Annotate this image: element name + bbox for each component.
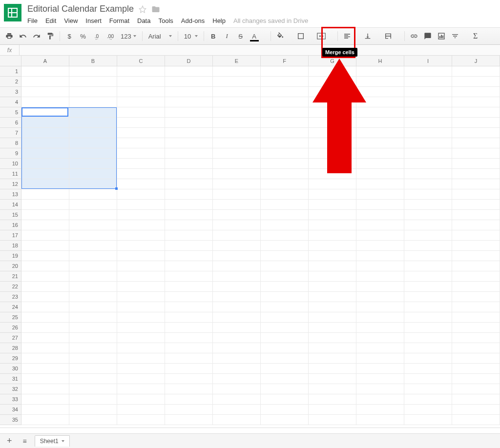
percent-button[interactable]: % — [77, 30, 89, 42]
text-color-button[interactable]: A — [248, 30, 261, 42]
cell[interactable] — [309, 241, 356, 251]
cell[interactable] — [21, 302, 69, 312]
cell[interactable] — [452, 241, 500, 251]
cell[interactable] — [452, 66, 500, 77]
cell[interactable] — [261, 200, 309, 210]
row-header[interactable]: 1 — [0, 66, 21, 77]
cell[interactable] — [404, 343, 452, 353]
cell[interactable] — [165, 138, 213, 148]
cell[interactable] — [452, 230, 500, 241]
cell[interactable] — [309, 220, 356, 230]
cell[interactable] — [309, 261, 356, 271]
menu-tools[interactable]: Tools — [158, 17, 173, 24]
cell[interactable] — [356, 189, 404, 200]
cell[interactable] — [165, 179, 213, 189]
cell[interactable] — [404, 312, 452, 323]
cell[interactable] — [69, 77, 117, 87]
cell[interactable] — [21, 333, 69, 343]
cell[interactable] — [69, 87, 117, 97]
cell[interactable] — [21, 66, 69, 77]
italic-button[interactable]: I — [221, 30, 233, 42]
cell[interactable] — [356, 405, 404, 415]
cell[interactable] — [452, 220, 500, 230]
cell[interactable] — [309, 353, 356, 364]
cell[interactable] — [21, 292, 69, 302]
cell[interactable] — [213, 251, 261, 261]
row-header[interactable]: 7 — [0, 128, 21, 138]
cell[interactable] — [404, 364, 452, 374]
cell[interactable] — [261, 138, 309, 148]
print-icon[interactable] — [3, 30, 16, 42]
cell[interactable] — [165, 159, 213, 169]
cell[interactable] — [69, 148, 117, 159]
cell[interactable] — [117, 343, 165, 353]
cell[interactable] — [69, 394, 117, 405]
cell[interactable] — [69, 384, 117, 394]
cell[interactable] — [452, 251, 500, 261]
cell[interactable] — [69, 241, 117, 251]
cell[interactable] — [404, 169, 452, 179]
cell[interactable] — [117, 353, 165, 364]
row-header[interactable]: 25 — [0, 312, 21, 323]
cell[interactable] — [21, 364, 69, 374]
cell[interactable] — [261, 230, 309, 241]
cell[interactable] — [356, 312, 404, 323]
cell[interactable] — [404, 415, 452, 425]
cell[interactable] — [404, 394, 452, 405]
cell[interactable] — [404, 374, 452, 384]
row-header[interactable]: 34 — [0, 405, 21, 415]
number-format-dropdown[interactable]: 123 — [118, 30, 139, 42]
cell[interactable] — [21, 97, 69, 107]
cell[interactable] — [117, 66, 165, 77]
borders-dropdown[interactable] — [308, 30, 314, 42]
menu-format[interactable]: Format — [109, 17, 129, 24]
cell[interactable] — [404, 159, 452, 169]
row-header[interactable]: 17 — [0, 230, 21, 241]
cell[interactable] — [213, 87, 261, 97]
cell[interactable] — [261, 364, 309, 374]
row-header[interactable]: 9 — [0, 148, 21, 159]
row-header[interactable]: 4 — [0, 97, 21, 107]
cell[interactable] — [117, 302, 165, 312]
cell[interactable] — [452, 292, 500, 302]
cell[interactable] — [261, 169, 309, 179]
filter-dropdown[interactable] — [462, 30, 468, 42]
cell[interactable] — [356, 230, 404, 241]
cell[interactable] — [69, 271, 117, 282]
cell[interactable] — [452, 179, 500, 189]
cell[interactable] — [404, 230, 452, 241]
cell[interactable] — [117, 128, 165, 138]
cell[interactable] — [261, 77, 309, 87]
cell[interactable] — [404, 251, 452, 261]
add-sheet-button[interactable]: + — [4, 436, 15, 446]
select-all-corner[interactable] — [0, 56, 21, 66]
cell[interactable] — [261, 128, 309, 138]
cell[interactable] — [356, 220, 404, 230]
cell[interactable] — [21, 343, 69, 353]
all-sheets-button[interactable]: ≡ — [20, 437, 30, 445]
cell[interactable] — [452, 169, 500, 179]
cell[interactable] — [309, 415, 356, 425]
row-header[interactable]: 14 — [0, 200, 21, 210]
cell[interactable] — [69, 374, 117, 384]
cell[interactable] — [213, 241, 261, 251]
cell[interactable] — [404, 87, 452, 97]
cell[interactable] — [21, 169, 69, 179]
vertical-align-icon[interactable] — [361, 30, 374, 42]
row-header[interactable]: 30 — [0, 364, 21, 374]
row-header[interactable]: 12 — [0, 179, 21, 189]
currency-button[interactable]: $ — [63, 30, 76, 42]
row-header[interactable]: 20 — [0, 261, 21, 271]
cell[interactable] — [165, 292, 213, 302]
cell[interactable] — [309, 302, 356, 312]
column-header[interactable]: A — [21, 56, 69, 66]
cell[interactable] — [213, 364, 261, 374]
cell[interactable] — [21, 241, 69, 251]
cell[interactable] — [69, 200, 117, 210]
cell[interactable] — [69, 159, 117, 169]
cell[interactable] — [261, 394, 309, 405]
cell[interactable] — [117, 87, 165, 97]
cell[interactable] — [309, 312, 356, 323]
cell[interactable] — [452, 210, 500, 220]
row-header[interactable]: 8 — [0, 138, 21, 148]
